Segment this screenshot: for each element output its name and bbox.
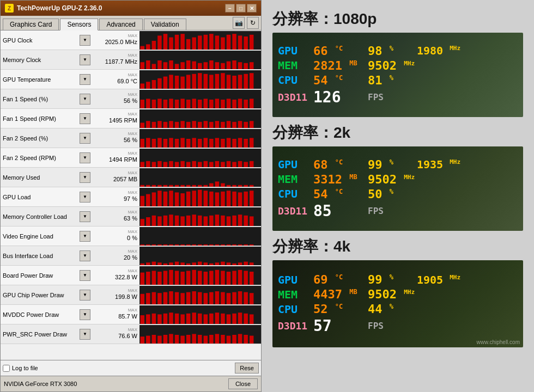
reset-button[interactable]: Rese (235, 363, 259, 373)
sensor-row: GPU Load ▼ MAX 97 % (1, 187, 261, 207)
sensor-dropdown[interactable]: ▼ (80, 211, 90, 222)
svg-rect-161 (146, 194, 150, 206)
svg-rect-37 (238, 62, 242, 69)
log-to-file-checkbox-group[interactable]: Log to file (3, 365, 38, 372)
svg-rect-158 (244, 185, 248, 186)
svg-rect-256 (232, 271, 236, 285)
svg-rect-298 (244, 313, 248, 323)
svg-rect-1 (146, 44, 150, 50)
sensor-dropdown[interactable]: ▼ (80, 192, 90, 203)
sensor-dropdown[interactable]: ▼ (80, 172, 90, 183)
maximize-button[interactable]: □ (236, 4, 246, 13)
watermark: www.chiphell.com (477, 339, 520, 345)
tab-advanced[interactable]: Advanced (99, 19, 142, 30)
sensor-dropdown[interactable]: ▼ (80, 270, 90, 281)
sensor-dropdown[interactable]: ▼ (80, 133, 90, 144)
fps-label: FPS (368, 321, 417, 331)
svg-rect-16 (232, 34, 236, 50)
sensor-value-wrapper: MAX 0 % (90, 230, 139, 242)
sensor-name: GPU Chip Power Draw (1, 292, 80, 298)
svg-rect-225 (169, 262, 173, 265)
sensor-max-label: MAX (128, 328, 137, 332)
svg-rect-131 (204, 161, 208, 167)
svg-rect-28 (186, 60, 191, 69)
sensor-value: 76.6 W (118, 332, 137, 340)
svg-rect-113 (215, 138, 220, 148)
sensor-dropdown[interactable]: ▼ (80, 35, 90, 46)
svg-rect-268 (186, 292, 191, 304)
close-button-bottom[interactable]: Close (228, 378, 258, 389)
sensor-dropdown[interactable]: ▼ (80, 231, 90, 242)
sensor-max-label: MAX (128, 151, 137, 156)
svg-rect-73 (215, 99, 220, 108)
sensor-dropdown[interactable]: ▼ (80, 152, 90, 163)
sensor-dropdown[interactable]: ▼ (80, 309, 90, 320)
svg-rect-112 (209, 139, 214, 148)
gpu-label: GPU (278, 158, 313, 171)
sensor-dropdown[interactable]: ▼ (80, 74, 90, 85)
svg-rect-262 (152, 292, 156, 304)
svg-rect-273 (215, 291, 220, 304)
svg-rect-101 (146, 138, 150, 148)
sensor-graph (139, 207, 261, 226)
svg-rect-13 (215, 35, 220, 50)
gpu-mhz-val: 1935 MHz (417, 158, 482, 171)
svg-rect-93 (215, 121, 220, 128)
svg-rect-124 (163, 162, 168, 167)
sensor-row: Fan 1 Speed (%) ▼ MAX 56 % (1, 89, 261, 109)
sensor-name: Fan 1 Speed (RPM) (1, 115, 80, 122)
svg-rect-25 (169, 60, 173, 69)
sensor-dropdown[interactable]: ▼ (80, 113, 90, 124)
tab-validation[interactable]: Validation (144, 19, 186, 30)
sensor-name: Fan 2 Speed (RPM) (1, 155, 80, 161)
sensor-value: 2057 MB (113, 175, 137, 183)
svg-rect-78 (244, 100, 248, 108)
sensor-dropdown[interactable]: ▼ (80, 290, 90, 301)
svg-rect-4 (163, 34, 168, 50)
svg-rect-231 (204, 262, 208, 265)
sensor-dropdown[interactable]: ▼ (80, 54, 90, 65)
sensor-dropdown[interactable]: ▼ (80, 94, 90, 105)
sensor-dropdown[interactable]: ▼ (80, 250, 90, 261)
svg-rect-178 (244, 191, 248, 206)
svg-rect-76 (232, 100, 236, 108)
svg-rect-226 (175, 261, 179, 265)
sensor-dropdown[interactable]: ▼ (80, 329, 90, 340)
refresh-icon[interactable]: ↻ (247, 17, 259, 29)
svg-rect-188 (186, 215, 191, 225)
svg-rect-213 (215, 244, 220, 246)
minimize-button[interactable]: − (225, 4, 235, 13)
close-button[interactable]: ✕ (247, 4, 257, 13)
svg-rect-130 (198, 162, 202, 167)
gpu-temp-val: 66 °C (313, 44, 368, 58)
svg-rect-8 (186, 39, 191, 49)
svg-rect-186 (175, 215, 179, 225)
sensor-value: 63 % (124, 215, 137, 223)
sensor-name: Memory Controller Load (1, 213, 80, 220)
cpu-temp-val: 54 °C (313, 187, 368, 201)
svg-rect-264 (163, 292, 168, 304)
svg-rect-180 (141, 219, 145, 226)
svg-rect-219 (250, 244, 254, 246)
svg-rect-24 (163, 62, 168, 69)
svg-rect-156 (232, 185, 236, 186)
sensor-max-label: MAX (128, 249, 137, 254)
svg-rect-126 (175, 162, 179, 167)
cpu-temp-val: 54 °C (313, 74, 368, 87)
svg-rect-206 (175, 244, 179, 246)
sensor-value-wrapper: MAX 1495 RPM (90, 112, 139, 125)
tab-graphics-card[interactable]: Graphics Card (3, 19, 59, 30)
svg-rect-185 (169, 215, 173, 226)
sensor-name: Fan 1 Speed (%) (1, 96, 80, 102)
svg-rect-203 (157, 244, 162, 246)
log-to-file-checkbox[interactable] (3, 365, 10, 372)
svg-rect-150 (198, 185, 202, 186)
svg-rect-312 (209, 335, 214, 344)
svg-rect-311 (204, 335, 208, 343)
sensor-row: Fan 1 Speed (RPM) ▼ MAX 1495 RPM (1, 109, 261, 128)
camera-icon[interactable]: 📷 (233, 17, 245, 29)
sensor-max-label: MAX (128, 73, 137, 77)
svg-rect-279 (250, 293, 254, 304)
tab-sensors[interactable]: Sensors (60, 19, 98, 30)
svg-rect-261 (146, 293, 150, 304)
